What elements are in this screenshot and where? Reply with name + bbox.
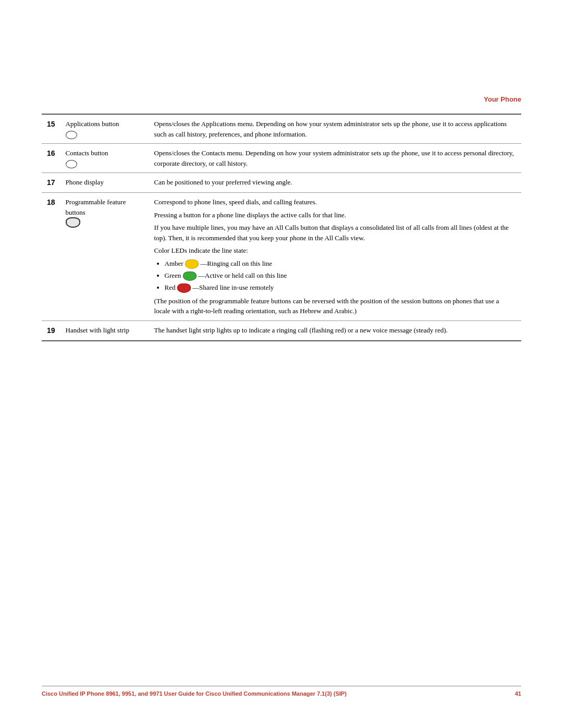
amber-icon [185, 260, 199, 269]
row-name: Phone display [60, 173, 149, 193]
footer-page-number: 41 [515, 690, 521, 697]
applications-button-icon [66, 131, 77, 139]
contacts-button-icon [66, 160, 77, 168]
programmable-button-icon [66, 217, 80, 228]
footer-text: Cisco Unified IP Phone 8961, 9951, and 9… [42, 690, 505, 697]
content-table: 15 Applications button Opens/closes the … [42, 114, 521, 341]
row-number: 17 [42, 173, 60, 193]
row-description: Can be positioned to your preferred view… [149, 173, 521, 193]
red-icon [177, 283, 191, 293]
row-description: Opens/closes the Applications menu. Depe… [149, 114, 521, 144]
list-item: Green —Active or held call on this line [165, 270, 516, 281]
row-name: Contacts button [60, 144, 149, 173]
table-row: 18 Programmable feature buttons Correspo… [42, 193, 521, 321]
row-description: Correspond to phone lines, speed dials, … [149, 193, 521, 321]
row-description: Opens/closes the Contacts menu. Dependin… [149, 144, 521, 173]
row-name: Handset with light strip [60, 320, 149, 341]
row-number: 15 [42, 114, 60, 144]
table-row: 16 Contacts button Opens/closes the Cont… [42, 144, 521, 173]
list-item: Red —Shared line in-use remotely [165, 282, 516, 293]
row-description: The handset light strip lights up to ind… [149, 320, 521, 341]
table-row: 15 Applications button Opens/closes the … [42, 114, 521, 144]
row-name: Applications button [60, 114, 149, 144]
green-icon [183, 272, 197, 281]
list-item: Amber —Ringing call on this line [165, 258, 516, 269]
page-header: Your Phone [484, 95, 521, 103]
table-row: 17 Phone display Can be positioned to yo… [42, 173, 521, 193]
table-row: 19 Handset with light strip The handset … [42, 320, 521, 341]
row-name: Programmable feature buttons [60, 193, 149, 321]
row-number: 19 [42, 320, 60, 341]
row-number: 16 [42, 144, 60, 173]
page-footer: Cisco Unified IP Phone 8961, 9951, and 9… [42, 686, 521, 697]
row-number: 18 [42, 193, 60, 321]
led-list: Amber —Ringing call on this line Green —… [154, 258, 516, 293]
